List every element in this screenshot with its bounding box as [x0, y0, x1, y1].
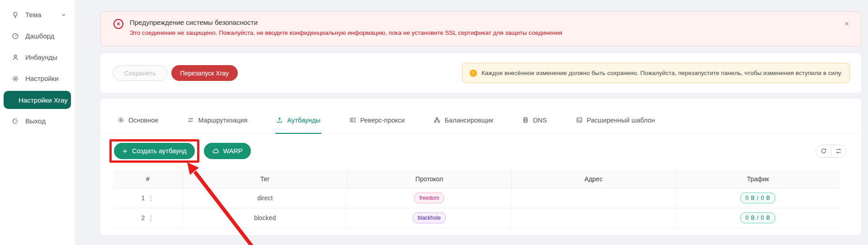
- traffic-cell: 0 B / 0 B: [676, 208, 840, 228]
- protocol-cell: freedom: [347, 188, 511, 208]
- logout-icon: [12, 118, 19, 125]
- tab-label: Балансировщик: [444, 117, 493, 124]
- swap-arrows-icon: [187, 117, 194, 123]
- tab-routing[interactable]: Маршрутизация: [187, 113, 247, 133]
- sidebar-item-label: Дашборд: [25, 32, 54, 40]
- traffic-badge: 0 B / 0 B: [741, 193, 775, 203]
- column-header-protocol: Протокол: [347, 170, 511, 188]
- security-alert-description: Это соединение не защищено. Пожалуйста, …: [130, 29, 562, 36]
- tab-balancer[interactable]: Балансировщик: [434, 113, 493, 133]
- code-template-icon: [576, 117, 583, 123]
- tab-reverse-proxy[interactable]: Реверс-прокси: [349, 113, 405, 133]
- sidebar-item-dashboard[interactable]: Дашборд: [0, 25, 75, 47]
- row-index-cell: 1 ⋮: [113, 188, 183, 208]
- reverse-proxy-icon: [349, 117, 356, 123]
- traffic-cell: 0 B / 0 B: [676, 188, 840, 208]
- tab-label: Реверс-прокси: [360, 117, 405, 124]
- table-header-row: # Тег Протокол Адрес Трафик: [113, 170, 840, 188]
- sidebar-item-logout[interactable]: Выход: [0, 110, 75, 132]
- restart-notice-text: Каждое внесённое изменение должно быть с…: [481, 70, 842, 76]
- cloud-icon: [212, 147, 219, 155]
- column-header-traffic: Трафик: [676, 170, 840, 188]
- row-number: 1: [142, 194, 145, 202]
- tab-label: Основное: [128, 117, 158, 124]
- row-index-cell: 2 ⋮: [113, 208, 183, 228]
- sidebar-item-label: Выход: [25, 117, 46, 125]
- sidebar: Тема Дашборд Инбаунды Настройки Настройк…: [0, 0, 75, 245]
- sidebar-item-inbounds[interactable]: Инбаунды: [0, 47, 75, 68]
- address-cell: [511, 188, 675, 208]
- protocol-cell: blackhole: [347, 208, 511, 228]
- tab-outbounds[interactable]: Аутбаунды: [276, 113, 320, 133]
- row-number: 2: [142, 214, 145, 221]
- address-cell: [511, 208, 675, 228]
- row-menu-icon[interactable]: ⋮: [147, 195, 154, 202]
- plus-icon: [122, 148, 128, 154]
- protocol-badge: blackhole: [413, 212, 446, 223]
- tab-label: DNS: [533, 117, 547, 124]
- tab-basic[interactable]: Основное: [118, 113, 158, 133]
- tab-advanced-template[interactable]: Расширенный шаблон: [576, 113, 655, 133]
- table-tools: [816, 145, 846, 158]
- warning-circle-icon: !: [470, 70, 477, 77]
- close-icon[interactable]: ×: [844, 20, 849, 28]
- sidebar-item-label: Инбаунды: [25, 53, 57, 61]
- outbound-actions-row: Создать аутбаунд WARP: [109, 140, 846, 162]
- warp-button[interactable]: WARP: [204, 143, 251, 159]
- column-header-index: #: [113, 170, 183, 188]
- sidebar-item-settings[interactable]: Настройки: [0, 68, 75, 89]
- traffic-badge: 0 B / 0 B: [741, 212, 775, 223]
- table-row: 2 ⋮ blocked blackhole 0 B / 0 B: [113, 208, 840, 228]
- sidebar-item-label: Настройки: [25, 75, 59, 82]
- chevron-down-icon: [61, 12, 66, 18]
- row-menu-icon[interactable]: ⋮: [147, 215, 154, 221]
- refresh-button[interactable]: [816, 145, 831, 157]
- create-outbound-button[interactable]: Создать аутбаунд: [114, 143, 195, 159]
- tab-dns[interactable]: DNS: [522, 113, 547, 133]
- sidebar-item-label: Тема: [25, 11, 41, 19]
- sidebar-item-label: Настройки Xray: [19, 96, 68, 104]
- bulb-icon: [12, 11, 19, 19]
- column-header-tag: Тег: [183, 170, 347, 188]
- restart-xray-button[interactable]: Перезапуск Xray: [171, 65, 238, 81]
- column-header-address: Адрес: [511, 170, 675, 188]
- toggle-view-button[interactable]: [831, 145, 846, 157]
- sidebar-item-theme[interactable]: Тема: [0, 4, 75, 25]
- sidebar-item-xray-settings[interactable]: Настройки Xray: [4, 91, 71, 109]
- warp-label: WARP: [223, 147, 243, 155]
- user-icon: [12, 54, 19, 61]
- tab-label: Аутбаунды: [287, 117, 320, 124]
- toolbar-card: Сохранить Перезапуск Xray ! Каждое внесё…: [100, 53, 861, 93]
- gear-icon: [12, 75, 19, 82]
- table-row: 1 ⋮ direct freedom 0 B / 0 B: [113, 188, 840, 208]
- security-alert: × Предупреждение системы безопасности Эт…: [100, 11, 861, 47]
- dashboard-icon: [12, 33, 19, 40]
- tab-label: Маршрутизация: [198, 117, 247, 124]
- database-icon: [522, 117, 529, 123]
- create-outbound-label: Создать аутбаунд: [132, 147, 187, 155]
- repeat-icon: [835, 148, 842, 154]
- error-circle-icon: ×: [113, 19, 123, 29]
- gear-icon: [118, 117, 124, 123]
- tag-cell: blocked: [183, 208, 347, 228]
- outbounds-table: # Тег Протокол Адрес Трафик 1 ⋮ direct f…: [113, 170, 840, 228]
- save-button[interactable]: Сохранить: [113, 65, 167, 81]
- protocol-badge: freedom: [414, 193, 444, 203]
- refresh-icon: [821, 148, 827, 154]
- xray-settings-card: Основное Маршрутизация Аутбаунды Реверс-…: [100, 99, 861, 235]
- tab-label: Расширенный шаблон: [587, 117, 655, 124]
- restart-notice: ! Каждое внесённое изменение должно быть…: [462, 63, 850, 83]
- cluster-icon: [434, 117, 440, 123]
- upload-icon: [276, 117, 283, 123]
- tab-bar: Основное Маршрутизация Аутбаунды Реверс-…: [100, 113, 861, 134]
- security-alert-body: Предупреждение системы безопасности Это …: [130, 19, 562, 36]
- tag-cell: direct: [183, 188, 347, 208]
- annotation-highlight-box: Создать аутбаунд: [109, 139, 199, 163]
- security-alert-title: Предупреждение системы безопасности: [130, 19, 562, 26]
